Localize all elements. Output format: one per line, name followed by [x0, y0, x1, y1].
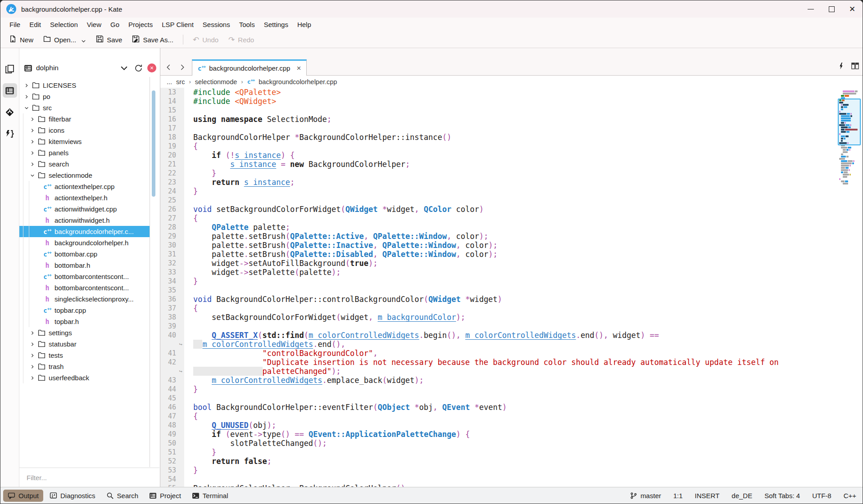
saveas-button[interactable]: Save As...: [128, 33, 177, 46]
chevron-right-icon[interactable]: [23, 93, 30, 100]
tree-item-po[interactable]: po: [19, 91, 150, 102]
new-button[interactable]: New: [5, 33, 37, 46]
tree-item-actionwithwidget-cpp[interactable]: c++actionwithwidget.cpp: [19, 203, 150, 215]
breadcrumb-item[interactable]: backgroundcolorhelper.cpp: [259, 78, 337, 86]
tree-item-tests[interactable]: tests: [19, 350, 150, 361]
project-refresh-icon[interactable]: [133, 63, 144, 73]
tree-item-bottombarcontentscont-[interactable]: hbottombarcontentscont...: [19, 282, 150, 293]
code-text: [184, 286, 837, 295]
dock-item-documents[interactable]: [3, 62, 17, 76]
save-button[interactable]: Save: [92, 33, 126, 46]
chevron-right-icon[interactable]: [29, 341, 36, 348]
history-forward-icon[interactable]: [177, 62, 187, 72]
tree-item-kitemviews[interactable]: kitemviews: [19, 136, 150, 147]
dock-item-projects[interactable]: [3, 83, 17, 98]
menu-tools[interactable]: Tools: [235, 19, 259, 30]
menu-settings[interactable]: Settings: [259, 19, 293, 30]
menu-view[interactable]: View: [82, 19, 106, 30]
project-close-icon[interactable]: ×: [147, 63, 156, 72]
tree-item-bottombar-h[interactable]: hbottombar.h: [19, 260, 150, 271]
open-button[interactable]: Open...: [39, 33, 90, 46]
chevron-right-icon[interactable]: [23, 82, 30, 89]
status-utf-8[interactable]: UTF-8: [812, 492, 831, 500]
minimap-bar: [843, 93, 856, 94]
menu-projects[interactable]: Projects: [124, 19, 157, 30]
status-soft-tabs-4[interactable]: Soft Tabs: 4: [764, 492, 800, 500]
tab-backgroundcolorhelper[interactable]: c++ backgroundcolorhelper.cpp ×: [192, 59, 307, 76]
chevron-right-icon[interactable]: [29, 363, 36, 370]
status-1-1[interactable]: 1:1: [673, 492, 683, 500]
menu-lsp-client[interactable]: LSP Client: [157, 19, 198, 30]
tree-scrollbar[interactable]: [152, 90, 155, 197]
tree-item-actionwithwidget-h[interactable]: hactionwithwidget.h: [19, 215, 150, 226]
tree-item-backgroundcolorhelper-c-[interactable]: c++backgroundcolorhelper.c...: [19, 226, 150, 237]
statusbar-terminal-button[interactable]: Terminal: [187, 490, 233, 502]
chevron-down-icon[interactable]: [29, 172, 36, 179]
menu-file[interactable]: File: [5, 19, 25, 30]
menu-go[interactable]: Go: [106, 19, 124, 30]
filter-input[interactable]: [26, 473, 146, 482]
tree-item-search[interactable]: search: [19, 158, 150, 170]
tree-item-selectionmode[interactable]: selectionmode: [19, 170, 150, 181]
chevron-right-icon[interactable]: [29, 127, 36, 134]
statusbar-project-button[interactable]: Project: [145, 490, 186, 502]
menu-sessions[interactable]: Sessions: [198, 19, 235, 30]
chevron-right-icon[interactable]: [29, 138, 36, 145]
code-text: {: [184, 214, 837, 223]
code-line: 39: [160, 322, 837, 331]
minimap-viewport[interactable]: [838, 99, 861, 145]
tree-item-filterbar[interactable]: filterbar: [19, 113, 150, 125]
tree-item-settings[interactable]: settings: [19, 327, 150, 338]
tree-item-statusbar[interactable]: statusbar: [19, 338, 150, 350]
dock-item-lsp-symbols[interactable]: [3, 126, 17, 141]
tree-item-backgroundcolorhelper-h[interactable]: hbackgroundcolorhelper.h: [19, 237, 150, 248]
breadcrumb-item[interactable]: src: [176, 78, 185, 86]
chevron-down-icon[interactable]: [23, 104, 30, 112]
status-insert[interactable]: INSERT: [695, 492, 720, 500]
chevron-right-icon[interactable]: [29, 161, 36, 168]
tree-item-trash[interactable]: trash: [19, 361, 150, 372]
chevron-right-icon[interactable]: [29, 352, 36, 359]
chevron-right-icon[interactable]: [29, 374, 36, 382]
tree-item-bottombarcontentscont-[interactable]: c++bottombarcontentscont...: [19, 271, 150, 282]
menu-edit[interactable]: Edit: [25, 19, 45, 30]
menu-help[interactable]: Help: [293, 19, 316, 30]
split-view-icon[interactable]: [851, 62, 859, 72]
status-de-de[interactable]: de_DE: [731, 492, 752, 500]
statusbar-search-button[interactable]: Search: [102, 490, 143, 502]
status-c-[interactable]: C++: [844, 492, 856, 500]
tree-item-singleclickselectionproxy-[interactable]: hsingleclickselectionproxy...: [19, 293, 150, 305]
tab-close-icon[interactable]: ×: [296, 64, 301, 73]
quick-actions-bolt-icon[interactable]: [837, 62, 845, 72]
tree-item-userfeedback[interactable]: userfeedback: [19, 372, 150, 383]
tree-item-panels[interactable]: panels: [19, 147, 150, 158]
status-master[interactable]: master: [630, 492, 661, 500]
breadcrumb-item[interactable]: selectionmode: [195, 78, 237, 86]
tree-item-LICENSES[interactable]: LICENSES: [19, 80, 150, 91]
tree-item-bottombar-cpp[interactable]: c++bottombar.cpp: [19, 248, 150, 260]
code-view[interactable]: 13#include <QPalette>14#include <QWidget…: [160, 88, 837, 487]
tree-item-actiontexthelper-cpp[interactable]: c++actiontexthelper.cpp: [19, 181, 150, 192]
menu-selection[interactable]: Selection: [45, 19, 82, 30]
dock-item-git[interactable]: [3, 105, 17, 119]
tree-item-actiontexthelper-h[interactable]: hactiontexthelper.h: [19, 192, 150, 203]
chevron-right-icon[interactable]: [29, 149, 36, 157]
close-icon[interactable]: ✕: [842, 0, 863, 18]
minimize-icon[interactable]: [800, 0, 821, 18]
tree-item-topbar-h[interactable]: htopbar.h: [19, 316, 150, 327]
minimap-scrollbar[interactable]: [837, 88, 863, 487]
undo-button: ↶Undo: [189, 33, 223, 47]
tree-item-icons[interactable]: icons: [19, 125, 150, 136]
maximize-icon[interactable]: [821, 0, 842, 18]
tree-item-topbar-cpp[interactable]: c++topbar.cpp: [19, 305, 150, 316]
tree-item-src[interactable]: src: [19, 102, 150, 113]
statusbar-diagnostics-button[interactable]: Diagnostics: [45, 490, 100, 502]
code-text: widget->setPalette(palette);: [184, 268, 837, 277]
chevron-right-icon[interactable]: [29, 116, 36, 123]
project-dropdown-chevron-icon[interactable]: [118, 63, 129, 73]
statusbar-output-button[interactable]: Output: [3, 490, 43, 502]
history-back-icon[interactable]: [163, 62, 174, 72]
breadcrumb-item[interactable]: ...: [167, 78, 172, 86]
chevron-right-icon[interactable]: [29, 329, 36, 337]
minimap-bar: [843, 176, 847, 178]
